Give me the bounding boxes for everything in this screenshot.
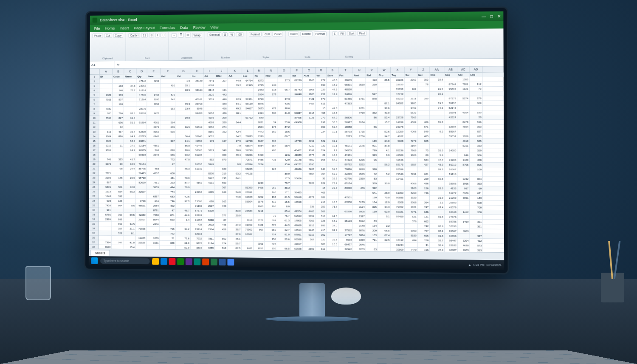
cell[interactable]: 735 bbox=[215, 176, 228, 181]
cell[interactable]: 95.6 bbox=[277, 162, 291, 166]
cell[interactable]: 81234 bbox=[391, 243, 405, 247]
ribbon-button[interactable]: Insert bbox=[288, 31, 299, 36]
cell[interactable]: 63.2 bbox=[176, 153, 191, 157]
cell[interactable]: 54.8 bbox=[228, 190, 242, 194]
taskbar-store-icon[interactable] bbox=[194, 258, 201, 265]
cell[interactable]: 8486 bbox=[254, 158, 265, 162]
cell[interactable]: 15506 bbox=[191, 199, 203, 203]
cell[interactable]: 564 bbox=[160, 120, 176, 124]
cell[interactable]: 78.0 bbox=[228, 148, 242, 152]
cell[interactable]: 6213 bbox=[99, 144, 112, 148]
ribbon-button[interactable]: Wrap bbox=[192, 33, 202, 37]
cell[interactable] bbox=[445, 177, 458, 181]
cell[interactable]: 8208 bbox=[391, 200, 405, 204]
cell[interactable] bbox=[99, 236, 112, 240]
cell[interactable] bbox=[176, 120, 191, 124]
cell[interactable]: 84.4 bbox=[228, 120, 242, 124]
cell[interactable]: 2.2 bbox=[378, 224, 391, 228]
cell[interactable]: 497 bbox=[265, 242, 277, 246]
cell[interactable]: 60393 bbox=[136, 153, 147, 157]
cell[interactable]: 94.7 bbox=[378, 134, 391, 138]
cell[interactable] bbox=[265, 134, 277, 138]
cell[interactable]: 7210 bbox=[303, 144, 316, 148]
cell[interactable]: 726 bbox=[113, 111, 124, 116]
cell[interactable]: 88.1 bbox=[430, 229, 445, 233]
ribbon-button[interactable]: Calibri bbox=[129, 33, 140, 38]
cell[interactable]: 61.0 bbox=[124, 116, 136, 120]
cell[interactable]: 47830 bbox=[136, 93, 147, 97]
cell[interactable]: 42.6 bbox=[176, 195, 191, 199]
cell[interactable]: 89.3 bbox=[430, 167, 445, 172]
cell[interactable]: 6093 bbox=[405, 229, 418, 233]
column-header[interactable]: D bbox=[136, 68, 147, 74]
cell[interactable]: 12411 bbox=[391, 177, 405, 181]
cell[interactable]: 280 bbox=[215, 120, 228, 124]
cell[interactable]: 846 bbox=[457, 153, 470, 157]
cell[interactable]: 69786 bbox=[445, 220, 458, 224]
cell[interactable] bbox=[291, 144, 303, 148]
grid-header-cell[interactable]: Name bbox=[124, 74, 136, 79]
cell[interactable]: 85.8 bbox=[430, 120, 445, 124]
cell[interactable] bbox=[457, 167, 470, 172]
cell[interactable]: 200 bbox=[366, 229, 378, 233]
grid-header-cell[interactable]: Ref bbox=[161, 74, 176, 79]
row-header[interactable]: 25 bbox=[89, 185, 99, 189]
cell[interactable]: 1.4 bbox=[176, 217, 191, 222]
cell[interactable]: 3230 bbox=[254, 181, 265, 185]
cell[interactable] bbox=[99, 222, 112, 226]
cell[interactable]: 6578 bbox=[303, 153, 316, 157]
cell[interactable]: 74.8 bbox=[228, 195, 242, 199]
cell[interactable]: 87435 bbox=[291, 116, 303, 120]
cell[interactable]: 61.3 bbox=[277, 218, 291, 223]
cell[interactable] bbox=[228, 93, 242, 97]
row-header[interactable]: 15 bbox=[89, 139, 99, 144]
cell[interactable]: 272 bbox=[316, 78, 327, 82]
menu-item-formulas[interactable]: Formulas bbox=[160, 25, 175, 30]
cell[interactable]: 4.1 bbox=[378, 148, 391, 152]
cell[interactable]: 18.6 bbox=[277, 130, 291, 134]
cell[interactable] bbox=[366, 120, 378, 124]
cell[interactable]: 7083 bbox=[99, 107, 113, 111]
cell[interactable] bbox=[136, 194, 147, 198]
cell[interactable]: 28976 bbox=[136, 107, 147, 111]
cell[interactable]: 258 bbox=[113, 84, 124, 88]
cell[interactable]: 47346 bbox=[136, 79, 147, 83]
cell[interactable]: 22942 bbox=[338, 247, 353, 251]
cell[interactable]: 4854 bbox=[303, 172, 316, 176]
ribbon-button[interactable]: I bbox=[155, 33, 160, 37]
cell[interactable]: 1072 bbox=[99, 189, 112, 194]
taskbar-search[interactable]: Type here to search bbox=[100, 258, 150, 264]
cell[interactable] bbox=[417, 195, 430, 200]
cell[interactable]: 280 bbox=[417, 96, 430, 101]
cell[interactable]: 12.9 bbox=[378, 200, 391, 204]
column-header[interactable]: T bbox=[338, 67, 353, 73]
cell[interactable]: 7269 bbox=[405, 115, 418, 119]
menu-item-file[interactable]: File bbox=[94, 26, 100, 31]
cell[interactable]: 7799 bbox=[353, 111, 366, 115]
cell[interactable]: 7771 bbox=[405, 210, 418, 214]
cell[interactable]: 8180 bbox=[203, 130, 215, 134]
cell[interactable]: 67050 bbox=[338, 200, 353, 204]
cell[interactable]: 7961 bbox=[147, 181, 160, 185]
cell[interactable]: 699 bbox=[316, 223, 327, 228]
cell[interactable] bbox=[228, 181, 242, 185]
cell[interactable]: 8206 bbox=[457, 191, 470, 195]
cell[interactable] bbox=[161, 102, 176, 106]
cell[interactable] bbox=[191, 171, 203, 175]
cell[interactable]: 52145 bbox=[444, 106, 457, 110]
cell[interactable] bbox=[327, 102, 338, 106]
cell[interactable]: 363 bbox=[470, 124, 483, 129]
cell[interactable]: 742 bbox=[418, 224, 430, 228]
cell[interactable] bbox=[327, 190, 338, 195]
cell[interactable] bbox=[176, 231, 191, 236]
cell[interactable]: 121 bbox=[418, 214, 430, 219]
cell[interactable]: 4793 bbox=[303, 139, 316, 143]
cell[interactable] bbox=[136, 185, 147, 189]
cell[interactable]: 472 bbox=[265, 106, 277, 110]
cell[interactable] bbox=[124, 79, 136, 83]
cell[interactable]: 6272 bbox=[254, 79, 265, 83]
cell[interactable]: 38793 bbox=[338, 130, 353, 134]
cell[interactable]: 654 bbox=[265, 144, 277, 148]
cell[interactable]: 5835 bbox=[99, 185, 112, 189]
cell[interactable]: 383 bbox=[113, 93, 124, 97]
